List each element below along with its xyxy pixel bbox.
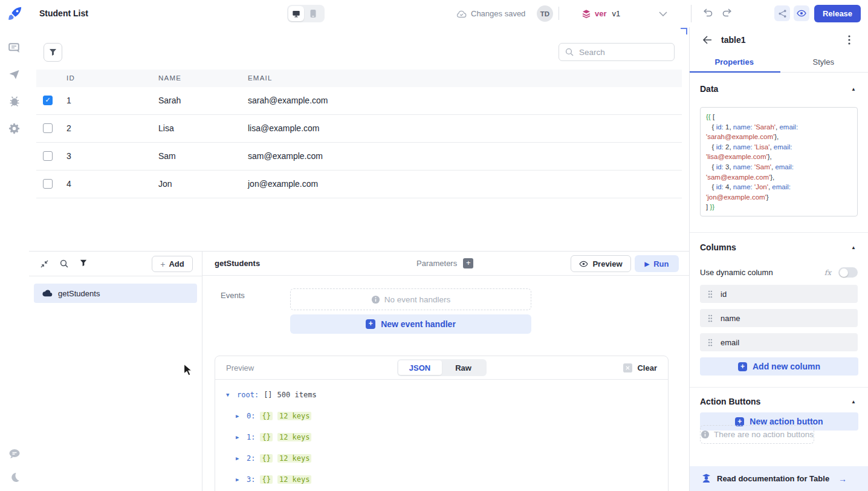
column-header-id[interactable]: ID	[66, 74, 75, 82]
mobile-mode-icon[interactable]	[305, 6, 321, 21]
drag-handle-icon[interactable]	[708, 314, 713, 322]
desktop-mode-icon[interactable]	[288, 6, 304, 21]
column-list: id name email	[700, 285, 858, 351]
root-count: 500 items	[277, 391, 317, 399]
dynamic-column-row: Use dynamic column fx	[700, 267, 858, 278]
expand-triangle-icon[interactable]: ▶	[236, 413, 242, 419]
collapse-section-icon[interactable]: ▲	[851, 245, 856, 250]
item-index: 0:	[247, 412, 255, 420]
json-tree-item[interactable]: ▶ 2: {} 12 keys	[236, 452, 657, 464]
tab-json[interactable]: JSON	[398, 360, 442, 375]
add-query-label: Add	[169, 259, 184, 268]
row-checkbox[interactable]	[43, 123, 53, 133]
clear-response-button[interactable]: Clear	[623, 363, 657, 372]
dynamic-column-toggle[interactable]	[838, 267, 858, 278]
root-bracket: []	[264, 391, 272, 399]
json-tree-item[interactable]: ▶ 0: {} 12 keys	[236, 410, 657, 421]
cell-email: jon@example.com	[248, 171, 318, 198]
add-parameter-button[interactable]: +	[463, 258, 473, 268]
cell-id: 2	[66, 115, 71, 142]
filter-queries-icon[interactable]	[80, 259, 87, 267]
release-button[interactable]: Release	[814, 5, 861, 22]
run-query-button[interactable]: ▶ Run	[635, 255, 679, 272]
table-row[interactable]: 4 Jon jon@example.com	[36, 171, 682, 198]
add-query-button[interactable]: + Add	[152, 256, 193, 272]
add-new-column-button[interactable]: + Add new column	[700, 357, 858, 376]
table-row[interactable]: 3 Sam sam@example.com	[36, 143, 682, 171]
widget-name[interactable]: table1	[721, 35, 745, 45]
save-status-label: Changes saved	[471, 9, 525, 18]
search-input[interactable]	[578, 47, 659, 57]
column-item[interactable]: id	[700, 285, 858, 303]
drag-handle-icon[interactable]	[708, 339, 713, 346]
column-header-email[interactable]: EMAIL	[248, 74, 273, 82]
settings-gear-icon[interactable]	[8, 123, 21, 134]
table-row[interactable]: ✓ 1 Sarah sarah@example.com	[36, 87, 682, 115]
expand-triangle-icon[interactable]: ▶	[236, 476, 242, 483]
tab-properties[interactable]: Properties	[690, 52, 779, 72]
plus-icon: +	[738, 362, 747, 371]
root-label: root:	[237, 391, 259, 399]
debug-bug-icon[interactable]	[8, 96, 21, 107]
layers-version-icon	[581, 9, 591, 19]
column-item[interactable]: email	[700, 333, 858, 351]
dark-mode-moon-icon[interactable]	[10, 472, 20, 483]
comments-icon[interactable]	[8, 43, 21, 54]
row-checkbox[interactable]	[43, 179, 53, 189]
drag-handle-icon[interactable]	[708, 290, 713, 298]
query-list-item[interactable]: getStudents	[34, 284, 197, 303]
info-icon	[701, 430, 710, 439]
table-filter-button[interactable]	[44, 43, 62, 62]
collapse-panel-icon[interactable]	[40, 259, 49, 268]
undo-icon[interactable]	[702, 8, 713, 18]
preview-query-button[interactable]: Preview	[571, 255, 631, 272]
column-item[interactable]: name	[700, 309, 858, 327]
collapse-section-icon[interactable]: ▲	[851, 399, 856, 405]
table-row[interactable]: 2 Lisa lisa@example.com	[36, 115, 682, 143]
row-checkbox[interactable]: ✓	[43, 96, 53, 105]
preview-app-button[interactable]	[794, 5, 809, 21]
version-selector[interactable]: ver v1	[581, 0, 620, 27]
cell-name: Jon	[158, 171, 172, 198]
search-queries-icon[interactable]	[60, 259, 68, 268]
docs-graduate-icon	[701, 473, 711, 484]
collapse-triangle-icon[interactable]: ▼	[226, 392, 232, 398]
json-tree-item[interactable]: ▶ 3: {} 12 keys	[236, 473, 657, 485]
collapse-section-icon[interactable]: ▲	[851, 86, 856, 92]
cell-email: lisa@example.com	[248, 115, 319, 142]
share-button[interactable]	[774, 5, 790, 21]
tab-raw[interactable]: Raw	[442, 360, 485, 375]
help-chat-icon[interactable]	[8, 449, 21, 459]
back-arrow-icon[interactable]	[702, 36, 712, 44]
fx-icon[interactable]: fx	[824, 268, 831, 277]
new-event-handler-button[interactable]: + New event handler	[290, 314, 531, 334]
table-search[interactable]	[559, 43, 675, 61]
column-header-name[interactable]: NAME	[158, 74, 181, 82]
redo-icon[interactable]	[722, 8, 733, 18]
item-count: 12 keys	[277, 412, 312, 420]
documentation-link[interactable]: Read documentation for Table →	[690, 466, 868, 491]
tab-styles[interactable]: Styles	[779, 52, 868, 72]
deploy-send-icon[interactable]	[8, 70, 21, 80]
data-code-editor[interactable]: {{ [ { id: 1, name: 'Sarah', email:'sara…	[700, 107, 858, 216]
code-line: { id: 4, name: 'Jon', email:	[706, 182, 852, 192]
chevron-down-icon[interactable]	[659, 11, 667, 16]
parameters-group: Parameters +	[416, 252, 473, 275]
widget-selection-handle[interactable]	[681, 28, 687, 34]
kebab-menu-icon[interactable]	[848, 35, 850, 45]
expand-triangle-icon[interactable]: ▶	[236, 455, 242, 461]
add-new-column-label: Add new column	[753, 362, 820, 371]
row-checkbox[interactable]	[43, 151, 53, 161]
app-logo-icon[interactable]	[7, 5, 23, 22]
item-count: 12 keys	[277, 454, 312, 463]
section-divider	[690, 232, 868, 233]
save-status: Changes saved	[456, 0, 525, 27]
device-mode-toggle[interactable]	[287, 5, 325, 22]
json-tree-root[interactable]: ▼ root: [] 500 items	[226, 389, 657, 400]
expand-triangle-icon[interactable]: ▶	[236, 434, 242, 440]
clear-x-icon	[623, 363, 632, 372]
json-tree-item[interactable]: ▶ 1: {} 12 keys	[236, 431, 657, 443]
user-avatar[interactable]: TD	[537, 5, 553, 22]
cell-id: 3	[66, 143, 71, 170]
page-title: Student List	[39, 8, 88, 18]
